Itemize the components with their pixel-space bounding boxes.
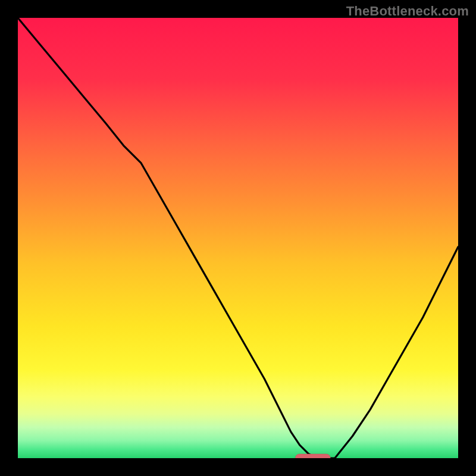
optimal-marker (295, 454, 330, 458)
watermark-text: TheBottleneck.com (346, 4, 469, 19)
chart-frame: TheBottleneck.com (0, 0, 476, 476)
bottleneck-curve (18, 18, 458, 458)
curve-layer (18, 18, 458, 458)
plot-area (18, 18, 458, 458)
